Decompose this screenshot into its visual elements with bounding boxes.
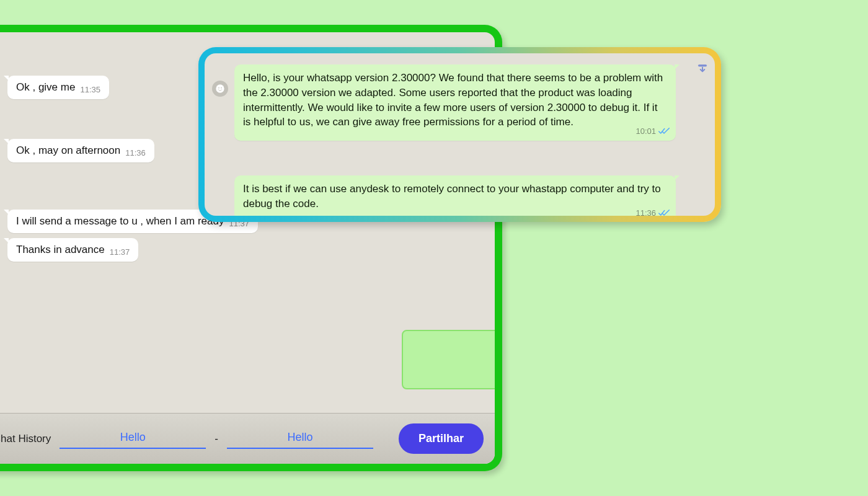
share-button[interactable]: Partilhar — [399, 423, 484, 454]
share-bar: hare Chat History - Partilhar — [0, 413, 495, 464]
outgoing-bubble-stub[interactable] — [402, 330, 495, 389]
overlay-message-row: Hello, is your whatsapp version 2.30000?… — [212, 64, 688, 141]
message-text: Ok , give me — [16, 81, 75, 94]
received-bubble[interactable]: Ok , may on afternoon 11:36 — [7, 139, 154, 162]
share-to-input[interactable] — [227, 428, 373, 449]
scroll-to-bottom-button[interactable] — [694, 61, 711, 78]
message-time: 11:35 — [80, 85, 100, 95]
share-label: hare Chat History — [0, 433, 51, 445]
svg-point-3 — [221, 87, 222, 89]
message-text: I will send a message to u , when I am r… — [16, 215, 224, 228]
message-time: 10:01 — [636, 126, 656, 137]
range-dash: - — [215, 433, 218, 445]
overlay-message-row: It is best if we can use anydesk to remo… — [212, 175, 688, 216]
message-text: It is best if we can use anydesk to remo… — [243, 183, 661, 210]
double-check-icon — [658, 210, 670, 216]
outgoing-bubble[interactable]: Hello, is your whatsapp version 2.30000?… — [234, 64, 676, 141]
received-bubble[interactable]: Ok , give me 11:35 — [7, 76, 109, 99]
emoji-icon[interactable] — [212, 81, 228, 97]
overlay-panel: Hello, is your whatsapp version 2.30000?… — [205, 53, 715, 216]
svg-point-2 — [218, 87, 219, 89]
message-text: Thanks in advance — [16, 243, 105, 257]
arrow-down-icon — [696, 63, 709, 76]
double-check-icon — [658, 128, 670, 135]
share-from-input[interactable] — [60, 428, 206, 449]
message-text: Hello, is your whatsapp version 2.30000?… — [243, 72, 663, 128]
overlay-chat-window: Hello, is your whatsapp version 2.30000?… — [198, 47, 721, 222]
svg-rect-0 — [698, 65, 706, 67]
outgoing-bubble[interactable]: It is best if we can use anydesk to remo… — [234, 175, 676, 216]
message-text: Ok , may on afternoon — [16, 144, 120, 157]
svg-point-1 — [216, 84, 224, 92]
message-time: 11:37 — [110, 247, 130, 258]
received-bubble[interactable]: Thanks in advance 11:37 — [7, 238, 138, 262]
message-time: 11:36 — [636, 208, 656, 216]
message-time: 11:36 — [125, 148, 146, 159]
